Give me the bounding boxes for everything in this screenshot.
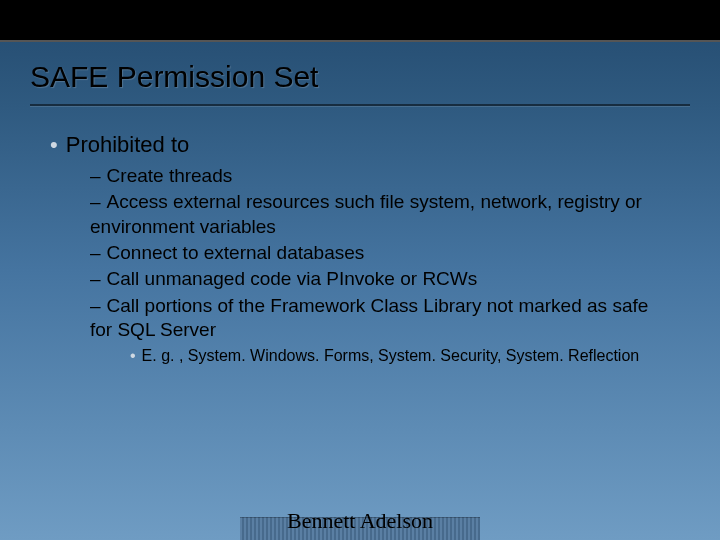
item-text: Call portions of the Framework Class Lib… (90, 295, 648, 340)
footer-text: Bennett Adelson (287, 508, 433, 533)
slide-content: •Prohibited to –Create threads –Access e… (0, 106, 720, 367)
dash-icon: – (90, 191, 101, 212)
dash-icon: – (90, 242, 101, 263)
slide: SAFE Permission Set •Prohibited to –Crea… (0, 0, 720, 540)
bullet-dot-icon: • (130, 347, 136, 364)
dash-icon: – (90, 268, 101, 289)
list-item: –Connect to external databases (90, 241, 670, 265)
footer: Bennett Adelson (0, 508, 720, 534)
list-item: –Call portions of the Framework Class Li… (90, 294, 670, 343)
item-text: Access external resources such file syst… (90, 191, 642, 236)
dash-icon: – (90, 295, 101, 316)
bullet-heading: •Prohibited to (50, 132, 670, 158)
list-item: –Create threads (90, 164, 670, 188)
bullet-dot-icon: • (50, 132, 58, 157)
list-item: –Call unmanaged code via PInvoke or RCWs (90, 267, 670, 291)
item-text: Connect to external databases (107, 242, 365, 263)
top-black-bar (0, 0, 720, 40)
heading-text: Prohibited to (66, 132, 190, 157)
item-text: Create threads (107, 165, 233, 186)
item-text: Call unmanaged code via PInvoke or RCWs (107, 268, 478, 289)
sub-list-item: •E. g. , System. Windows. Forms, System.… (130, 346, 670, 367)
list-item: –Access external resources such file sys… (90, 190, 670, 239)
slide-title: SAFE Permission Set (0, 42, 720, 94)
dash-icon: – (90, 165, 101, 186)
subitem-text: E. g. , System. Windows. Forms, System. … (142, 347, 640, 364)
